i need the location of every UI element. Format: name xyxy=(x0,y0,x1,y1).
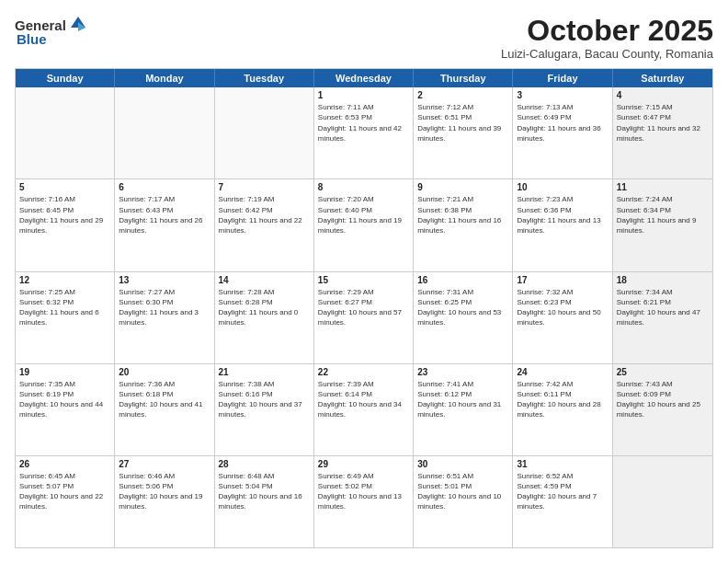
cell-info-text: Daylight: 11 hours and 3 minutes. xyxy=(119,307,210,327)
cell-info-text: Daylight: 11 hours and 26 minutes. xyxy=(119,215,210,236)
day-number: 26 xyxy=(19,459,110,469)
cell-info-text: Sunset: 6:32 PM xyxy=(19,297,110,307)
cell-info-text: Sunset: 6:23 PM xyxy=(517,297,608,307)
cell-info-text: Daylight: 11 hours and 6 minutes. xyxy=(19,307,110,327)
cell-info-text: Daylight: 10 hours and 28 minutes. xyxy=(517,399,608,419)
cell-info-text: Daylight: 11 hours and 32 minutes. xyxy=(617,123,709,144)
calendar-cell xyxy=(115,87,214,178)
cell-info-text: Sunset: 5:01 PM xyxy=(417,481,508,491)
calendar-cell: 12Sunrise: 7:25 AMSunset: 6:32 PMDayligh… xyxy=(16,272,115,363)
day-number: 4 xyxy=(617,90,709,100)
day-number: 25 xyxy=(617,367,709,377)
cell-info-text: Sunset: 6:28 PM xyxy=(219,297,310,307)
calendar-cell: 23Sunrise: 7:41 AMSunset: 6:12 PMDayligh… xyxy=(414,364,513,455)
page: General Blue October 2025 Luizi-Calugara… xyxy=(0,0,728,563)
day-number: 31 xyxy=(517,459,608,469)
cell-info-text: Sunset: 6:43 PM xyxy=(119,205,210,215)
calendar-cell: 20Sunrise: 7:36 AMSunset: 6:18 PMDayligh… xyxy=(115,364,214,455)
calendar-cell: 1Sunrise: 7:11 AMSunset: 6:53 PMDaylight… xyxy=(314,87,414,178)
cell-info-text: Sunrise: 7:39 AM xyxy=(318,379,409,389)
day-number: 23 xyxy=(417,367,508,377)
calendar-cell: 25Sunrise: 7:43 AMSunset: 6:09 PMDayligh… xyxy=(613,364,712,455)
cell-info-text: Daylight: 11 hours and 16 minutes. xyxy=(417,215,508,236)
cell-info-text: Sunrise: 7:24 AM xyxy=(617,194,709,204)
cell-info-text: Sunrise: 7:23 AM xyxy=(517,194,608,204)
cell-info-text: Sunrise: 7:43 AM xyxy=(617,379,709,389)
calendar-cell: 29Sunrise: 6:49 AMSunset: 5:02 PMDayligh… xyxy=(314,456,414,547)
cell-info-text: Sunset: 6:38 PM xyxy=(417,205,508,215)
day-number: 22 xyxy=(318,367,409,377)
calendar-cell: 31Sunrise: 6:52 AMSunset: 4:59 PMDayligh… xyxy=(513,456,612,547)
cell-info-text: Daylight: 10 hours and 53 minutes. xyxy=(417,307,508,327)
calendar-cell xyxy=(613,456,712,547)
cell-info-text: Daylight: 11 hours and 42 minutes. xyxy=(318,123,409,144)
calendar-header-cell: Monday xyxy=(115,69,214,87)
day-number: 24 xyxy=(517,367,608,377)
cell-info-text: Sunset: 5:07 PM xyxy=(19,481,110,491)
cell-info-text: Daylight: 10 hours and 44 minutes. xyxy=(19,399,110,419)
logo-icon xyxy=(69,15,87,33)
cell-info-text: Daylight: 10 hours and 10 minutes. xyxy=(417,491,508,511)
cell-info-text: Sunrise: 7:41 AM xyxy=(417,379,508,389)
cell-info-text: Sunrise: 7:28 AM xyxy=(219,287,310,297)
calendar-header-cell: Wednesday xyxy=(314,69,414,87)
cell-info-text: Sunrise: 7:42 AM xyxy=(517,379,608,389)
cell-info-text: Daylight: 10 hours and 47 minutes. xyxy=(617,307,709,327)
calendar-cell: 14Sunrise: 7:28 AMSunset: 6:28 PMDayligh… xyxy=(215,272,314,363)
cell-info-text: Sunset: 6:45 PM xyxy=(19,205,110,215)
calendar-cell: 5Sunrise: 7:16 AMSunset: 6:45 PMDaylight… xyxy=(16,179,115,270)
cell-info-text: Sunrise: 7:16 AM xyxy=(19,194,110,204)
cell-info-text: Daylight: 10 hours and 31 minutes. xyxy=(417,399,508,419)
subtitle: Luizi-Calugara, Bacau County, Romania xyxy=(501,47,713,61)
calendar: SundayMondayTuesdayWednesdayThursdayFrid… xyxy=(15,68,713,548)
cell-info-text: Sunrise: 7:17 AM xyxy=(119,194,210,204)
day-number: 9 xyxy=(417,182,508,192)
calendar-cell: 17Sunrise: 7:32 AMSunset: 6:23 PMDayligh… xyxy=(513,272,612,363)
cell-info-text: Sunrise: 7:19 AM xyxy=(219,194,310,204)
logo: General Blue xyxy=(15,15,87,47)
calendar-cell: 10Sunrise: 7:23 AMSunset: 6:36 PMDayligh… xyxy=(513,179,612,270)
day-number: 17 xyxy=(517,275,608,285)
calendar-header: SundayMondayTuesdayWednesdayThursdayFrid… xyxy=(16,69,712,87)
cell-info-text: Daylight: 10 hours and 16 minutes. xyxy=(219,491,310,511)
day-number: 5 xyxy=(19,182,110,192)
day-number: 13 xyxy=(119,275,210,285)
cell-info-text: Daylight: 10 hours and 25 minutes. xyxy=(617,399,709,419)
cell-info-text: Sunset: 6:47 PM xyxy=(617,112,709,122)
calendar-row: 26Sunrise: 6:45 AMSunset: 5:07 PMDayligh… xyxy=(16,456,712,547)
calendar-row: 5Sunrise: 7:16 AMSunset: 6:45 PMDaylight… xyxy=(16,179,712,271)
calendar-row: 12Sunrise: 7:25 AMSunset: 6:32 PMDayligh… xyxy=(16,272,712,364)
day-number: 14 xyxy=(219,275,310,285)
cell-info-text: Sunrise: 6:52 AM xyxy=(517,471,608,481)
day-number: 11 xyxy=(617,182,709,192)
calendar-header-cell: Friday xyxy=(513,69,612,87)
calendar-cell: 4Sunrise: 7:15 AMSunset: 6:47 PMDaylight… xyxy=(613,87,712,178)
month-title: October 2025 xyxy=(501,15,713,47)
cell-info-text: Daylight: 10 hours and 13 minutes. xyxy=(318,491,409,511)
cell-info-text: Sunset: 6:49 PM xyxy=(517,112,608,122)
cell-info-text: Daylight: 11 hours and 13 minutes. xyxy=(517,215,608,236)
cell-info-text: Daylight: 11 hours and 39 minutes. xyxy=(417,123,508,144)
calendar-header-cell: Thursday xyxy=(414,69,513,87)
cell-info-text: Daylight: 10 hours and 41 minutes. xyxy=(119,399,210,419)
cell-info-text: Sunrise: 7:27 AM xyxy=(119,287,210,297)
cell-info-text: Sunrise: 7:20 AM xyxy=(318,194,409,204)
cell-info-text: Daylight: 10 hours and 7 minutes. xyxy=(517,491,608,511)
cell-info-text: Sunset: 6:51 PM xyxy=(417,112,508,122)
calendar-cell: 30Sunrise: 6:51 AMSunset: 5:01 PMDayligh… xyxy=(414,456,513,547)
header: General Blue October 2025 Luizi-Calugara… xyxy=(15,15,713,61)
calendar-cell: 22Sunrise: 7:39 AMSunset: 6:14 PMDayligh… xyxy=(314,364,414,455)
calendar-cell: 21Sunrise: 7:38 AMSunset: 6:16 PMDayligh… xyxy=(215,364,314,455)
cell-info-text: Sunrise: 7:21 AM xyxy=(417,194,508,204)
day-number: 16 xyxy=(417,275,508,285)
cell-info-text: Daylight: 10 hours and 34 minutes. xyxy=(318,399,409,419)
cell-info-text: Daylight: 10 hours and 22 minutes. xyxy=(19,491,110,511)
title-block: October 2025 Luizi-Calugara, Bacau Count… xyxy=(501,15,713,61)
day-number: 6 xyxy=(119,182,210,192)
cell-info-text: Sunset: 6:21 PM xyxy=(617,297,709,307)
day-number: 8 xyxy=(318,182,409,192)
cell-info-text: Sunrise: 6:49 AM xyxy=(318,471,409,481)
cell-info-text: Daylight: 10 hours and 37 minutes. xyxy=(219,399,310,419)
calendar-cell: 28Sunrise: 6:48 AMSunset: 5:04 PMDayligh… xyxy=(215,456,314,547)
calendar-cell: 2Sunrise: 7:12 AMSunset: 6:51 PMDaylight… xyxy=(414,87,513,178)
